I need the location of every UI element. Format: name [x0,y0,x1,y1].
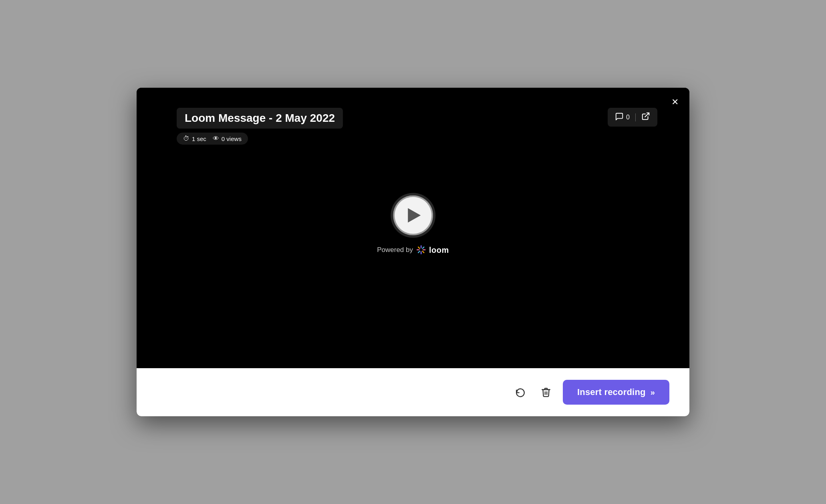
external-link-button[interactable] [641,112,650,123]
svg-line-7 [423,251,424,253]
undo-icon [515,387,526,397]
close-button[interactable]: ✕ [668,95,682,109]
delete-button[interactable] [537,383,555,401]
svg-line-9 [418,251,420,253]
video-title: Loom Message - 2 May 2022 [185,112,335,124]
play-button[interactable] [393,196,433,236]
trash-icon [541,387,551,397]
views-value: 0 views [222,135,242,142]
powered-by-label: Powered by [377,246,413,254]
views-stat: 👁 0 views [213,135,242,142]
duration-value: 1 sec [192,135,206,142]
svg-line-6 [418,247,420,249]
bottom-bar: Insert recording » [137,368,689,416]
chevrons-icon: » [651,388,655,397]
powered-by: Powered by [377,245,449,255]
loom-star-svg [416,245,426,255]
comment-icon [615,112,624,123]
insert-recording-button[interactable]: Insert recording » [563,380,669,405]
insert-recording-label: Insert recording [577,387,646,397]
loom-logo-icon [416,245,426,255]
svg-line-0 [645,113,649,117]
svg-line-8 [423,247,424,249]
duration-stat: ⏱ 1 sec [183,135,206,142]
video-area: ✕ Loom Message - 2 May 2022 ⏱ 1 sec 👁 0 … [137,88,689,368]
divider [635,113,636,121]
undo-button[interactable] [512,383,529,401]
close-icon: ✕ [671,97,679,107]
play-area: Powered by [377,196,449,255]
stats-row: ⏱ 1 sec 👁 0 views [177,133,248,145]
comments-button[interactable]: 0 [615,112,630,123]
loom-brand-text: loom [429,245,449,254]
play-icon [408,208,421,223]
top-right-actions: 0 [608,108,657,127]
title-badge: Loom Message - 2 May 2022 [177,108,343,129]
eye-icon: 👁 [213,135,219,142]
loom-modal: ✕ Loom Message - 2 May 2022 ⏱ 1 sec 👁 0 … [137,88,689,416]
comments-count: 0 [626,114,630,121]
clock-icon: ⏱ [183,135,189,142]
